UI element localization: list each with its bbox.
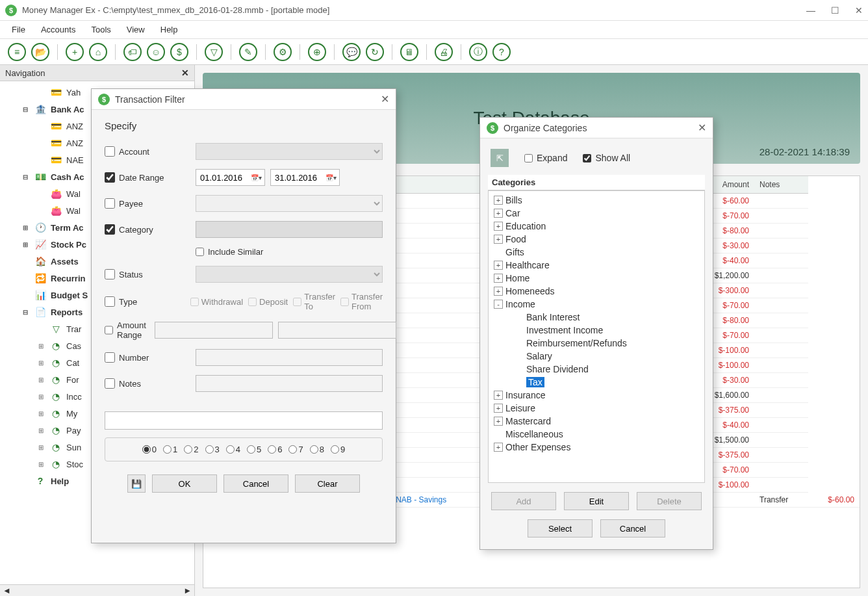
menu-view[interactable]: View (120, 22, 151, 37)
category-item[interactable]: +Healthcare (489, 259, 704, 272)
new-account-icon[interactable]: + (66, 43, 84, 61)
slot-radio-6[interactable] (268, 445, 276, 454)
nav-scrollbar[interactable]: ◄► (0, 584, 194, 596)
bank-icon: 🏦 (34, 103, 47, 115)
date-to-field[interactable] (271, 173, 323, 183)
close-button[interactable]: ✕ (855, 5, 863, 16)
category-item[interactable]: Salary (489, 350, 704, 363)
notes-input (196, 375, 383, 392)
tag-icon[interactable]: 🏷 (123, 43, 142, 61)
maximize-button[interactable]: ☐ (831, 5, 839, 16)
date-from-field[interactable] (196, 173, 248, 183)
refresh-icon[interactable]: ↻ (366, 43, 384, 61)
ok-button[interactable]: OK (152, 474, 217, 493)
include-similar-checkbox[interactable] (196, 248, 204, 256)
category-item[interactable]: Share Dividend (489, 363, 704, 376)
category-item[interactable]: +Home (489, 272, 704, 285)
filter-name-input[interactable] (105, 411, 383, 430)
pie-icon: ◔ (49, 408, 62, 419)
info-icon[interactable]: ⓘ (469, 43, 487, 61)
number-checkbox[interactable] (105, 352, 115, 363)
slot-radio-2[interactable] (184, 445, 192, 454)
slot-radio-5[interactable] (247, 445, 255, 454)
amount-to-input (278, 322, 396, 339)
report-icon: 📄 (34, 306, 47, 318)
amount-range-checkbox[interactable] (105, 325, 113, 335)
cancel-button[interactable]: Cancel (223, 474, 288, 493)
help-icon[interactable]: ? (492, 43, 511, 61)
category-item[interactable]: +Other Expenses (489, 441, 704, 454)
collapse-tree-icon[interactable]: ⇱ (491, 149, 509, 167)
edit-category-button[interactable]: Edit (564, 492, 629, 510)
cancel-category-button[interactable]: Cancel (600, 519, 665, 538)
print-icon[interactable]: 🖨 (435, 43, 453, 61)
date-range-checkbox[interactable] (105, 172, 115, 183)
account-checkbox[interactable] (105, 146, 115, 157)
menu-file[interactable]: File (5, 22, 32, 37)
category-item[interactable]: +Bills (489, 194, 704, 207)
category-item[interactable]: +Mastercard (489, 415, 704, 428)
monitor-icon[interactable]: 🖥 (400, 43, 418, 61)
categories-header: Categories (488, 175, 705, 190)
menu-help[interactable]: Help (154, 22, 185, 37)
category-item[interactable]: -Income (489, 298, 704, 311)
slot-radio-0[interactable] (142, 445, 151, 454)
open-icon[interactable]: 📂 (31, 43, 49, 61)
notes-icon[interactable]: 💬 (342, 43, 361, 61)
categories-close-icon[interactable]: ✕ (698, 122, 706, 134)
save-filter-icon[interactable]: 💾 (127, 474, 146, 493)
db-icon[interactable]: ≡ (8, 43, 26, 61)
category-item[interactable]: Gifts (489, 246, 704, 259)
navigation-close-icon[interactable]: ✕ (181, 68, 189, 78)
select-category-button[interactable]: Select (528, 519, 593, 538)
report-icon[interactable]: ✎ (239, 43, 257, 61)
category-item[interactable]: Reimbursement/Refunds (489, 337, 704, 350)
category-item[interactable]: Investment Income (489, 324, 704, 337)
filter-slot-radios[interactable]: 0123456789 (105, 437, 383, 461)
amount-from-input (155, 322, 273, 339)
category-checkbox[interactable] (105, 224, 115, 235)
transaction-filter-dialog: $ Transaction Filter ✕ Specify Account D… (91, 88, 396, 543)
home-icon[interactable]: ⌂ (89, 43, 107, 61)
number-label: Number (119, 353, 149, 363)
category-item[interactable]: Miscellaneous (489, 428, 704, 441)
slot-radio-3[interactable] (205, 445, 214, 454)
add-category-button[interactable]: Add (491, 492, 556, 510)
category-item[interactable]: Bank Interest (489, 311, 704, 324)
new-tx-icon[interactable]: ⊕ (308, 43, 326, 61)
category-item[interactable]: +Car (489, 207, 704, 220)
currency-icon[interactable]: $ (170, 43, 188, 61)
date-from-input[interactable]: 📅▾ (196, 169, 265, 186)
menu-accounts[interactable]: Accounts (34, 22, 82, 37)
type-checkbox[interactable] (105, 296, 115, 307)
slot-radio-9[interactable] (331, 445, 339, 454)
notes-checkbox[interactable] (105, 378, 115, 389)
minimize-button[interactable]: — (806, 5, 815, 16)
expand-checkbox[interactable] (524, 154, 533, 162)
slot-radio-8[interactable] (310, 445, 318, 454)
category-item[interactable]: +Food (489, 233, 704, 246)
category-item[interactable]: Tax (489, 376, 704, 389)
delete-category-button[interactable]: Delete (637, 492, 702, 510)
category-item[interactable]: +Insurance (489, 389, 704, 402)
asset-icon: 🏠 (34, 255, 47, 267)
categories-tree[interactable]: +Bills+Car+Education+FoodGifts+Healthcar… (488, 190, 705, 483)
menu-tools[interactable]: Tools (84, 22, 117, 37)
category-item[interactable]: +Education (489, 220, 704, 233)
filter-close-icon[interactable]: ✕ (381, 93, 389, 105)
settings-icon[interactable]: ⚙ (274, 43, 292, 61)
slot-radio-1[interactable] (163, 445, 172, 454)
cash-icon: 💵 (34, 171, 47, 183)
clear-button[interactable]: Clear (295, 474, 360, 493)
date-to-input[interactable]: 📅▾ (270, 169, 340, 186)
slot-radio-4[interactable] (226, 445, 235, 454)
payee-checkbox[interactable] (105, 198, 115, 209)
status-checkbox[interactable] (105, 269, 115, 279)
payee-icon[interactable]: ☺ (147, 43, 165, 61)
show-all-checkbox[interactable] (583, 154, 591, 162)
filter-icon[interactable]: ▽ (205, 43, 223, 61)
dialog-app-icon: $ (487, 122, 498, 134)
slot-radio-7[interactable] (288, 445, 297, 454)
category-item[interactable]: +Homeneeds (489, 285, 704, 298)
category-item[interactable]: +Leisure (489, 402, 704, 415)
